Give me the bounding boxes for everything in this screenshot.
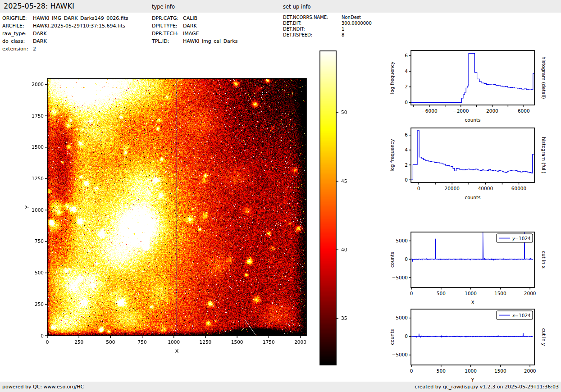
- svg-text:0: 0: [405, 256, 408, 262]
- svg-text:counts: counts: [389, 329, 395, 345]
- svg-text:45: 45: [341, 178, 347, 184]
- svg-text:0: 0: [410, 291, 413, 296]
- svg-text:6: 6: [405, 132, 408, 137]
- svg-text:X: X: [175, 348, 179, 354]
- svg-text:0: 0: [405, 177, 408, 182]
- svg-text:0: 0: [41, 333, 44, 338]
- field-label: DPR.CATG:: [152, 15, 178, 21]
- page-title: 2025-05-28: HAWKI: [4, 2, 74, 10]
- svg-text:1000: 1000: [465, 368, 477, 374]
- setup-info-heading: set-up info: [283, 4, 311, 10]
- field-label: DET.RSPEED:: [283, 32, 312, 37]
- svg-text:6: 6: [405, 53, 408, 58]
- cut-in-x-plot: 0500100015002000−500005000Xcountscut in …: [379, 227, 561, 307]
- svg-text:1250: 1250: [32, 176, 44, 181]
- field-value: DARK: [33, 38, 47, 44]
- footer-bar: powered by QC: www.eso.org/HC created by…: [0, 382, 561, 392]
- svg-text:1000: 1000: [465, 291, 477, 296]
- svg-text:0: 0: [405, 333, 408, 339]
- field-label: do_class:: [2, 38, 25, 44]
- footer-left-text: powered by QC: www.eso.org/HC: [2, 384, 84, 390]
- field-value: HAWKI_IMG_DARK_Darks149_0026.fits: [33, 15, 128, 21]
- field-label: DPR.TYPE:: [152, 23, 178, 29]
- header-bar: 2025-05-28: HAWKI type info set-up info: [0, 0, 561, 13]
- cut-in-y-plot: 0500100015002000−500005000Ycountscut in …: [379, 304, 561, 387]
- field-value: IMAGE: [183, 31, 199, 36]
- raw-image-axes: 025050075010001250150017502000X025050075…: [18, 45, 369, 369]
- svg-text:−6000: −6000: [421, 108, 438, 114]
- field-label: raw_type:: [2, 31, 27, 36]
- svg-text:1000: 1000: [32, 207, 44, 213]
- svg-text:500: 500: [437, 291, 446, 296]
- svg-text:1500: 1500: [494, 368, 506, 374]
- histogram-full-plot: 02000040000600000246countslog frequencyh…: [379, 123, 561, 204]
- svg-text:−5000: −5000: [392, 275, 408, 280]
- svg-text:cut in x: cut in x: [541, 251, 547, 269]
- field-label: DET.NDIT:: [283, 27, 305, 32]
- svg-text:50: 50: [341, 109, 347, 115]
- svg-text:−2000: −2000: [453, 108, 469, 114]
- histogram-detail-plot: −6000−2000200060000246countslog frequenc…: [379, 45, 561, 126]
- field-value: CALIB: [183, 15, 197, 21]
- type-info-heading: type info: [152, 4, 175, 10]
- svg-text:6000: 6000: [518, 108, 530, 114]
- svg-text:2000: 2000: [524, 368, 536, 374]
- field-value: HAWKI_img_cal_Darks: [183, 38, 237, 44]
- field-value: HAWKI.2025-05-29T10:37:15.694.fits: [33, 23, 125, 29]
- svg-text:0: 0: [417, 186, 420, 191]
- svg-text:2000: 2000: [32, 82, 44, 87]
- svg-text:1500: 1500: [494, 291, 506, 296]
- svg-text:histogram (full): histogram (full): [541, 137, 547, 173]
- field-value: NonDest: [342, 15, 361, 20]
- svg-text:histogram (detail): histogram (detail): [541, 56, 547, 99]
- svg-text:4: 4: [405, 68, 408, 74]
- svg-text:Y: Y: [24, 205, 30, 209]
- field-value: 8: [342, 32, 344, 37]
- field-label: DET.NCORRS.NAME:: [283, 15, 328, 20]
- svg-text:40: 40: [341, 247, 347, 252]
- svg-text:counts: counts: [465, 117, 480, 123]
- field-label: DPR.TECH:: [152, 31, 178, 36]
- svg-text:2: 2: [405, 84, 408, 89]
- svg-text:5000: 5000: [396, 238, 408, 243]
- svg-text:2000: 2000: [524, 291, 536, 296]
- svg-text:2: 2: [405, 162, 408, 168]
- svg-text:40000: 40000: [478, 186, 493, 191]
- svg-text:y=1024: y=1024: [512, 236, 531, 242]
- svg-text:250: 250: [74, 339, 83, 345]
- field-label: DET.DIT:: [283, 21, 301, 26]
- field-label: ORIGFILE:: [2, 15, 27, 21]
- svg-text:log frequency: log frequency: [389, 139, 395, 171]
- svg-text:500: 500: [35, 270, 44, 275]
- svg-text:1500: 1500: [32, 144, 44, 150]
- svg-text:counts: counts: [465, 195, 480, 200]
- svg-text:5000: 5000: [396, 315, 408, 320]
- svg-text:log frequency: log frequency: [389, 61, 395, 94]
- svg-text:35: 35: [341, 315, 347, 321]
- field-value: DARK: [33, 31, 47, 36]
- svg-text:2000: 2000: [486, 108, 498, 114]
- svg-text:20000: 20000: [445, 186, 460, 191]
- svg-text:cut in y: cut in y: [541, 328, 547, 346]
- svg-text:2000: 2000: [294, 339, 306, 345]
- field-value: DARK: [183, 23, 197, 29]
- svg-text:1500: 1500: [231, 339, 243, 345]
- svg-text:4: 4: [405, 147, 408, 152]
- svg-text:−5000: −5000: [392, 352, 408, 357]
- field-value: 300.0000000: [342, 21, 372, 26]
- svg-text:0: 0: [410, 368, 413, 374]
- svg-text:1250: 1250: [200, 339, 212, 345]
- svg-text:x=1024: x=1024: [512, 313, 531, 318]
- svg-text:500: 500: [437, 368, 446, 374]
- svg-text:500: 500: [106, 339, 115, 345]
- footer-right-text: created by qc_rawdisp.py v1.2.3 on 2025-…: [415, 384, 559, 390]
- svg-text:1750: 1750: [263, 339, 275, 345]
- field-label: TPL.ID:: [152, 38, 169, 44]
- svg-text:1000: 1000: [168, 339, 180, 345]
- svg-text:60000: 60000: [511, 186, 526, 191]
- field-label: ARCFILE:: [2, 23, 24, 29]
- field-value: 1: [342, 27, 344, 32]
- svg-text:750: 750: [138, 339, 147, 345]
- svg-text:750: 750: [35, 238, 44, 244]
- svg-text:1750: 1750: [32, 113, 44, 119]
